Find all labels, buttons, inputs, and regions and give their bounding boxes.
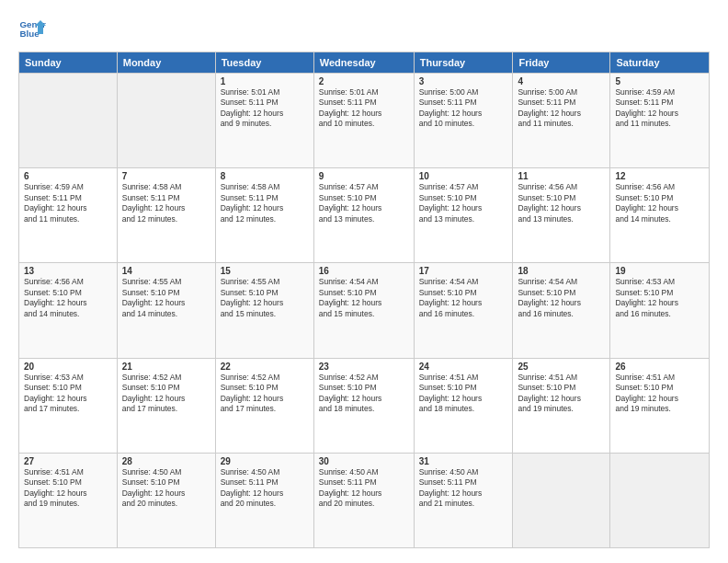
day-cell: 25Sunrise: 4:51 AM Sunset: 5:10 PM Dayli… xyxy=(513,358,610,453)
day-info: Sunrise: 4:54 AM Sunset: 5:10 PM Dayligh… xyxy=(319,277,409,319)
day-cell xyxy=(610,453,710,547)
day-info: Sunrise: 4:53 AM Sunset: 5:10 PM Dayligh… xyxy=(24,373,112,415)
day-cell: 10Sunrise: 4:57 AM Sunset: 5:10 PM Dayli… xyxy=(414,168,513,263)
day-info: Sunrise: 4:51 AM Sunset: 5:10 PM Dayligh… xyxy=(615,373,704,415)
day-header-friday: Friday xyxy=(513,52,610,74)
day-number: 6 xyxy=(24,171,112,181)
day-info: Sunrise: 4:51 AM Sunset: 5:10 PM Dayligh… xyxy=(419,373,508,415)
day-info: Sunrise: 4:56 AM Sunset: 5:10 PM Dayligh… xyxy=(518,182,605,224)
logo-icon: General Blue xyxy=(18,15,46,42)
day-number: 8 xyxy=(221,171,309,181)
day-cell: 6Sunrise: 4:59 AM Sunset: 5:11 PM Daylig… xyxy=(19,168,118,263)
week-row-1: 6Sunrise: 4:59 AM Sunset: 5:11 PM Daylig… xyxy=(19,168,710,263)
calendar-header: SundayMondayTuesdayWednesdayThursdayFrid… xyxy=(19,52,710,74)
day-cell: 26Sunrise: 4:51 AM Sunset: 5:10 PM Dayli… xyxy=(610,358,710,453)
day-cell: 19Sunrise: 4:53 AM Sunset: 5:10 PM Dayli… xyxy=(610,263,710,358)
day-number: 10 xyxy=(419,171,508,181)
day-info: Sunrise: 4:57 AM Sunset: 5:10 PM Dayligh… xyxy=(419,182,508,224)
day-cell: 14Sunrise: 4:55 AM Sunset: 5:10 PM Dayli… xyxy=(117,263,215,358)
day-header-tuesday: Tuesday xyxy=(215,52,313,74)
day-cell: 7Sunrise: 4:58 AM Sunset: 5:11 PM Daylig… xyxy=(117,168,215,263)
day-number: 11 xyxy=(518,171,605,181)
day-cell: 22Sunrise: 4:52 AM Sunset: 5:10 PM Dayli… xyxy=(215,358,313,453)
day-number: 18 xyxy=(518,266,605,276)
week-row-3: 20Sunrise: 4:53 AM Sunset: 5:10 PM Dayli… xyxy=(19,358,710,453)
day-cell: 21Sunrise: 4:52 AM Sunset: 5:10 PM Dayli… xyxy=(117,358,215,453)
day-cell: 28Sunrise: 4:50 AM Sunset: 5:10 PM Dayli… xyxy=(117,453,215,547)
week-row-0: 1Sunrise: 5:01 AM Sunset: 5:11 PM Daylig… xyxy=(19,74,710,168)
day-number: 13 xyxy=(24,266,112,276)
day-cell: 20Sunrise: 4:53 AM Sunset: 5:10 PM Dayli… xyxy=(19,358,118,453)
day-number: 9 xyxy=(319,171,409,181)
day-number: 14 xyxy=(122,266,210,276)
calendar: SundayMondayTuesdayWednesdayThursdayFrid… xyxy=(18,52,710,548)
day-info: Sunrise: 4:59 AM Sunset: 5:11 PM Dayligh… xyxy=(615,87,704,130)
day-cell: 16Sunrise: 4:54 AM Sunset: 5:10 PM Dayli… xyxy=(313,263,414,358)
day-cell: 5Sunrise: 4:59 AM Sunset: 5:11 PM Daylig… xyxy=(610,74,710,168)
day-cell: 9Sunrise: 4:57 AM Sunset: 5:10 PM Daylig… xyxy=(313,168,414,263)
day-number: 29 xyxy=(221,456,309,466)
day-cell xyxy=(19,74,118,168)
calendar-body: 1Sunrise: 5:01 AM Sunset: 5:11 PM Daylig… xyxy=(19,74,710,548)
day-number: 15 xyxy=(221,266,309,276)
day-info: Sunrise: 4:57 AM Sunset: 5:10 PM Dayligh… xyxy=(319,182,409,224)
day-info: Sunrise: 4:55 AM Sunset: 5:10 PM Dayligh… xyxy=(122,277,210,319)
day-number: 22 xyxy=(221,362,309,372)
day-header-monday: Monday xyxy=(117,52,215,74)
day-cell: 29Sunrise: 4:50 AM Sunset: 5:11 PM Dayli… xyxy=(215,453,313,547)
day-info: Sunrise: 4:58 AM Sunset: 5:11 PM Dayligh… xyxy=(221,182,309,224)
day-number: 4 xyxy=(518,76,605,86)
day-info: Sunrise: 5:00 AM Sunset: 5:11 PM Dayligh… xyxy=(419,87,508,130)
day-cell: 31Sunrise: 4:50 AM Sunset: 5:11 PM Dayli… xyxy=(414,453,513,547)
day-cell xyxy=(117,74,215,168)
day-info: Sunrise: 4:58 AM Sunset: 5:11 PM Dayligh… xyxy=(122,182,210,224)
day-header-saturday: Saturday xyxy=(610,52,710,74)
day-info: Sunrise: 4:51 AM Sunset: 5:10 PM Dayligh… xyxy=(24,467,112,510)
week-row-4: 27Sunrise: 4:51 AM Sunset: 5:10 PM Dayli… xyxy=(19,453,710,547)
day-number: 31 xyxy=(419,456,508,466)
day-number: 17 xyxy=(419,266,508,276)
day-info: Sunrise: 4:50 AM Sunset: 5:10 PM Dayligh… xyxy=(122,467,210,510)
day-header-wednesday: Wednesday xyxy=(313,52,414,74)
day-number: 26 xyxy=(615,362,704,372)
day-info: Sunrise: 4:54 AM Sunset: 5:10 PM Dayligh… xyxy=(518,277,605,319)
week-row-2: 13Sunrise: 4:56 AM Sunset: 5:10 PM Dayli… xyxy=(19,263,710,358)
day-cell: 4Sunrise: 5:00 AM Sunset: 5:11 PM Daylig… xyxy=(513,74,610,168)
day-info: Sunrise: 4:54 AM Sunset: 5:10 PM Dayligh… xyxy=(419,277,508,319)
day-info: Sunrise: 4:55 AM Sunset: 5:10 PM Dayligh… xyxy=(221,277,309,319)
day-info: Sunrise: 5:01 AM Sunset: 5:11 PM Dayligh… xyxy=(319,87,409,130)
day-info: Sunrise: 4:52 AM Sunset: 5:10 PM Dayligh… xyxy=(122,373,210,415)
day-number: 2 xyxy=(319,76,409,86)
day-info: Sunrise: 4:50 AM Sunset: 5:11 PM Dayligh… xyxy=(419,467,508,510)
day-cell: 24Sunrise: 4:51 AM Sunset: 5:10 PM Dayli… xyxy=(414,358,513,453)
day-cell: 18Sunrise: 4:54 AM Sunset: 5:10 PM Dayli… xyxy=(513,263,610,358)
day-cell: 30Sunrise: 4:50 AM Sunset: 5:11 PM Dayli… xyxy=(313,453,414,547)
day-number: 19 xyxy=(615,266,704,276)
day-cell: 17Sunrise: 4:54 AM Sunset: 5:10 PM Dayli… xyxy=(414,263,513,358)
svg-text:Blue: Blue xyxy=(20,29,40,39)
day-info: Sunrise: 4:50 AM Sunset: 5:11 PM Dayligh… xyxy=(221,467,309,510)
day-number: 25 xyxy=(518,362,605,372)
day-header-thursday: Thursday xyxy=(414,52,513,74)
day-info: Sunrise: 4:50 AM Sunset: 5:11 PM Dayligh… xyxy=(319,467,409,510)
day-info: Sunrise: 5:01 AM Sunset: 5:11 PM Dayligh… xyxy=(221,87,309,130)
day-cell: 23Sunrise: 4:52 AM Sunset: 5:10 PM Dayli… xyxy=(313,358,414,453)
day-number: 24 xyxy=(419,362,508,372)
day-number: 28 xyxy=(122,456,210,466)
day-number: 23 xyxy=(319,362,409,372)
page: General Blue SundayMondayTuesdayWednesda… xyxy=(0,0,728,563)
day-cell: 2Sunrise: 5:01 AM Sunset: 5:11 PM Daylig… xyxy=(313,74,414,168)
header: General Blue xyxy=(18,15,710,42)
day-info: Sunrise: 4:53 AM Sunset: 5:10 PM Dayligh… xyxy=(615,277,704,319)
header-row: SundayMondayTuesdayWednesdayThursdayFrid… xyxy=(19,52,710,74)
day-number: 27 xyxy=(24,456,112,466)
day-info: Sunrise: 4:56 AM Sunset: 5:10 PM Dayligh… xyxy=(615,182,704,224)
calendar-table: SundayMondayTuesdayWednesdayThursdayFrid… xyxy=(18,52,710,548)
day-cell: 13Sunrise: 4:56 AM Sunset: 5:10 PM Dayli… xyxy=(19,263,118,358)
day-info: Sunrise: 4:56 AM Sunset: 5:10 PM Dayligh… xyxy=(24,277,112,319)
day-cell xyxy=(513,453,610,547)
day-number: 30 xyxy=(319,456,409,466)
day-info: Sunrise: 4:59 AM Sunset: 5:11 PM Dayligh… xyxy=(24,182,112,224)
day-number: 20 xyxy=(24,362,112,372)
logo: General Blue xyxy=(18,15,46,42)
